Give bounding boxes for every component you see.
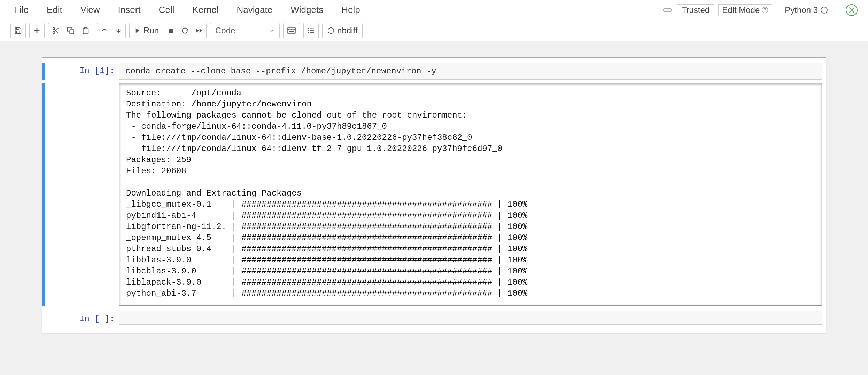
code-cell[interactable]: In [1]: conda create --clone base --pref… — [42, 63, 826, 80]
paste-button[interactable] — [78, 23, 93, 38]
paste-icon — [82, 27, 90, 34]
notification-indicator — [663, 8, 672, 12]
fast-forward-icon — [196, 27, 203, 34]
restart-icon — [181, 27, 188, 34]
menu-view[interactable]: View — [71, 2, 109, 17]
svg-rect-14 — [169, 29, 173, 33]
input-prompt: In [ ]: — [45, 311, 119, 325]
celltype-label: Code — [215, 26, 235, 35]
output-scroll[interactable]: Source: /opt/conda Destination: /home/ju… — [119, 83, 822, 306]
save-button[interactable] — [10, 23, 26, 38]
svg-line-8 — [54, 29, 56, 31]
svg-marker-13 — [136, 28, 140, 33]
close-button[interactable] — [846, 4, 858, 16]
edit-mode-label: Edit Mode — [722, 5, 760, 15]
menu-cell[interactable]: Cell — [150, 2, 184, 17]
nbdiff-button[interactable]: nbdiff — [322, 23, 363, 38]
svg-marker-16 — [196, 29, 199, 33]
cell-body: conda create --clone base --prefix /home… — [119, 63, 822, 80]
plus-icon — [33, 27, 41, 34]
trusted-indicator[interactable]: Trusted — [677, 4, 714, 16]
list-icon — [307, 27, 315, 34]
svg-rect-17 — [287, 28, 296, 33]
chevron-down-icon — [269, 28, 274, 33]
svg-point-20 — [291, 29, 292, 30]
code-input[interactable]: conda create --clone base --prefix /home… — [119, 63, 822, 80]
svg-point-19 — [290, 29, 290, 30]
toolbar: Run Code nbdiff — [0, 20, 868, 41]
menu-kernel[interactable]: Kernel — [183, 2, 227, 17]
keyboard-icon — [287, 27, 296, 34]
code-cell[interactable]: In [ ]: — [42, 311, 826, 325]
output-cell: Source: /opt/conda Destination: /home/ju… — [42, 83, 826, 306]
svg-point-29 — [308, 32, 309, 33]
input-prompt: In [1]: — [45, 63, 119, 80]
menu-bar: File Edit View Insert Cell Kernel Naviga… — [10, 2, 369, 17]
move-group — [97, 23, 126, 38]
header-bar: File Edit View Insert Cell Kernel Naviga… — [0, 0, 868, 20]
svg-line-7 — [56, 31, 58, 33]
menu-widgets[interactable]: Widgets — [281, 2, 332, 17]
command-palette-button[interactable] — [283, 23, 300, 38]
save-icon — [14, 27, 22, 34]
toc-button[interactable] — [303, 23, 319, 38]
restart-button[interactable] — [178, 23, 192, 38]
menu-insert[interactable]: Insert — [109, 2, 150, 17]
copy-button[interactable] — [63, 23, 78, 38]
output-prompt — [45, 83, 119, 306]
svg-point-28 — [308, 30, 309, 31]
svg-point-27 — [308, 29, 309, 29]
svg-rect-23 — [289, 31, 294, 32]
menu-help[interactable]: Help — [332, 2, 369, 17]
arrow-up-icon — [101, 27, 108, 34]
help-icon: ? — [762, 7, 768, 13]
kernel-status-icon — [821, 7, 828, 14]
close-icon — [848, 7, 855, 13]
clipboard-group — [48, 23, 93, 38]
arrow-down-icon — [115, 27, 122, 34]
restart-run-all-button[interactable] — [192, 23, 207, 38]
kernel-name: Python 3 — [785, 5, 818, 15]
cut-icon — [52, 27, 60, 34]
svg-point-21 — [293, 29, 293, 30]
code-input[interactable] — [119, 311, 822, 325]
move-up-button[interactable] — [97, 23, 111, 38]
svg-rect-10 — [84, 27, 87, 29]
svg-point-4 — [53, 28, 55, 30]
menu-edit[interactable]: Edit — [38, 2, 71, 17]
svg-point-18 — [288, 29, 289, 30]
cell-body — [119, 311, 822, 325]
run-group: Run — [129, 23, 207, 38]
clock-icon — [327, 27, 334, 34]
run-button[interactable]: Run — [129, 23, 164, 38]
add-cell-button[interactable] — [29, 23, 45, 38]
celltype-select[interactable]: Code — [210, 23, 280, 38]
interrupt-button[interactable] — [164, 23, 178, 38]
kernel-indicator[interactable]: Python 3 — [779, 5, 828, 15]
edit-mode-button[interactable]: Edit Mode ? — [718, 4, 772, 16]
play-icon — [134, 27, 141, 34]
notebook-area: In [1]: conda create --clone base --pref… — [0, 41, 868, 340]
notebook-container: In [1]: conda create --clone base --pref… — [42, 57, 826, 333]
svg-rect-9 — [70, 30, 74, 34]
svg-point-5 — [53, 32, 55, 34]
move-down-button[interactable] — [111, 23, 126, 38]
menu-navigate[interactable]: Navigate — [228, 2, 282, 17]
svg-point-22 — [294, 29, 295, 30]
copy-icon — [67, 27, 75, 34]
output-text: Source: /opt/conda Destination: /home/ju… — [119, 83, 822, 299]
menu-file[interactable]: File — [10, 2, 38, 17]
nbdiff-label: nbdiff — [337, 26, 357, 35]
stop-icon — [168, 27, 174, 34]
svg-marker-15 — [200, 29, 202, 33]
cut-button[interactable] — [48, 23, 63, 38]
header-right: Trusted Edit Mode ? Python 3 — [663, 4, 858, 16]
run-label: Run — [144, 26, 159, 35]
output-body: Source: /opt/conda Destination: /home/ju… — [119, 83, 822, 306]
trusted-label: Trusted — [682, 5, 710, 15]
